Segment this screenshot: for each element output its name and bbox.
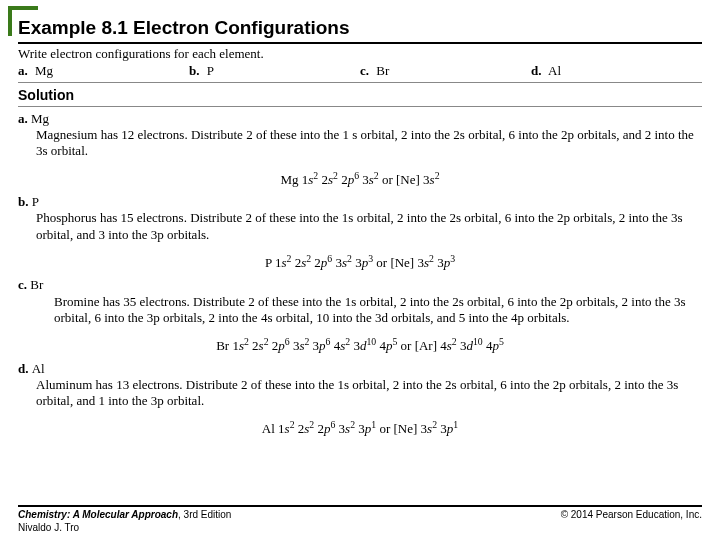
- corner-decoration: [8, 6, 38, 36]
- item-header: a. Mg: [18, 111, 702, 127]
- option-label: d.: [531, 63, 541, 78]
- item-config: Mg 1s2 2s2 2p6 3s2 or [Ne] 3s2: [18, 170, 702, 189]
- item-label: c.: [18, 277, 30, 292]
- footer-left: Chemistry: A Molecular Approach, 3rd Edi…: [18, 509, 231, 534]
- solution-item: b. PPhosphorus has 15 electrons. Distrib…: [18, 194, 702, 271]
- item-body: Magnesium has 12 electrons. Distribute 2…: [36, 127, 702, 160]
- item-body: Bromine has 35 electrons. Distribute 2 o…: [54, 294, 702, 327]
- item-label: d.: [18, 361, 32, 376]
- item-body: Aluminum has 13 electrons. Distribute 2 …: [36, 377, 702, 410]
- book-author: Nivaldo J. Tro: [18, 522, 231, 535]
- item-element: P: [32, 194, 39, 209]
- option-label: c.: [360, 63, 369, 78]
- item-element: Al: [32, 361, 45, 376]
- option-c: c. Br: [360, 63, 531, 79]
- option-text: Mg: [35, 63, 53, 78]
- item-header: c. Br: [18, 277, 702, 293]
- item-config: Br 1s2 2s2 2p6 3s2 3p6 4s2 3d10 4p5 or […: [18, 336, 702, 355]
- option-text: P: [207, 63, 214, 78]
- prompt-text: Write electron configurations for each e…: [18, 46, 702, 62]
- solution-heading: Solution: [18, 87, 702, 107]
- item-element: Mg: [31, 111, 49, 126]
- option-b: b. P: [189, 63, 360, 79]
- item-label: b.: [18, 194, 32, 209]
- solution-item: c. BrBromine has 35 electrons. Distribut…: [18, 277, 702, 354]
- solution-item: a. MgMagnesium has 12 electrons. Distrib…: [18, 111, 702, 188]
- item-header: b. P: [18, 194, 702, 210]
- option-text: Br: [376, 63, 389, 78]
- solution-item: d. AlAluminum has 13 electrons. Distribu…: [18, 361, 702, 438]
- solutions-container: a. MgMagnesium has 12 electrons. Distrib…: [18, 111, 702, 438]
- book-edition: , 3rd Edition: [178, 509, 231, 520]
- item-header: d. Al: [18, 361, 702, 377]
- option-d: d. Al: [531, 63, 702, 79]
- item-element: Br: [30, 277, 43, 292]
- example-title: Example 8.1 Electron Configurations: [18, 12, 702, 44]
- option-a: a. Mg: [18, 63, 189, 79]
- item-body: Phosphorus has 15 electrons. Distribute …: [36, 210, 702, 243]
- option-label: b.: [189, 63, 199, 78]
- option-label: a.: [18, 63, 28, 78]
- item-label: a.: [18, 111, 31, 126]
- item-config: Al 1s2 2s2 2p6 3s2 3p1 or [Ne] 3s2 3p1: [18, 419, 702, 438]
- book-title: Chemistry: A Molecular Approach: [18, 509, 178, 520]
- item-config: P 1s2 2s2 2p6 3s2 3p3 or [Ne] 3s2 3p3: [18, 253, 702, 272]
- options-row: a. Mg b. P c. Br d. Al: [18, 63, 702, 83]
- footer-copyright: © 2014 Pearson Education, Inc.: [561, 509, 702, 534]
- option-text: Al: [548, 63, 561, 78]
- footer: Chemistry: A Molecular Approach, 3rd Edi…: [18, 505, 702, 534]
